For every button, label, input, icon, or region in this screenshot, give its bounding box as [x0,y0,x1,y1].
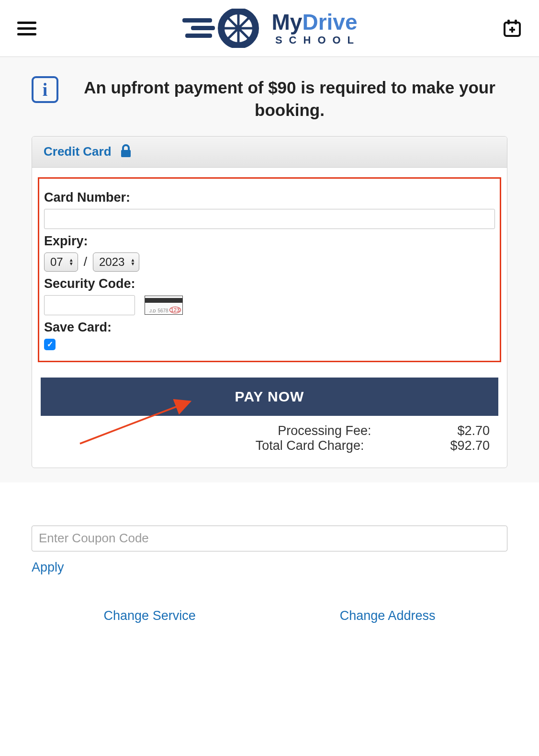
expiry-month-value: 07 [50,255,63,269]
brand-my: My [272,10,303,34]
select-arrows-icon: ▲▼ [130,258,135,266]
security-code-input[interactable] [44,295,135,315]
info-icon: i [32,76,58,103]
svg-rect-15 [515,20,517,24]
totals-block: Processing Fee: $2.70 Total Card Charge:… [38,424,501,456]
wheel-icon [179,9,260,48]
processing-fee-label: Processing Fee: [278,424,371,438]
brand-drive: Drive [302,10,357,34]
expiry-label: Expiry: [44,234,495,249]
svg-rect-11 [191,26,215,30]
card-number-label: Card Number: [44,190,495,205]
change-service-link[interactable]: Change Service [104,608,196,623]
info-banner: i An upfront payment of $90 is required … [32,76,507,122]
main-content: i An upfront payment of $90 is required … [0,57,539,482]
lock-icon [120,144,132,160]
apply-coupon-link[interactable]: Apply [32,560,64,575]
expiry-year-select[interactable]: 2023 ▲▼ [93,252,139,272]
expiry-separator: / [84,254,87,269]
security-code-label: Security Code: [44,276,495,291]
form-highlight-box: Card Number: Expiry: 07 ▲▼ / 2023 ▲▼ Sec… [38,177,501,362]
calendar-add-icon[interactable] [503,19,522,38]
svg-line-6 [227,17,238,28]
brand-name: MyDrive [272,11,358,33]
change-address-link[interactable]: Change Address [340,608,436,623]
expiry-year-value: 2023 [99,255,124,269]
payment-card-title: Credit Card [44,144,112,159]
pay-now-button[interactable]: PAY NOW [41,378,498,416]
svg-rect-10 [182,18,212,23]
svg-rect-14 [507,20,510,24]
total-charge-value: $92.70 [450,438,490,453]
payment-card: Credit Card Card Number: Expiry: 07 ▲▼ /… [32,136,507,468]
total-charge-label: Total Card Charge: [256,438,364,453]
save-card-checkbox[interactable]: ✓ [44,339,56,350]
select-arrows-icon: ▲▼ [69,258,74,266]
svg-rect-18 [121,150,131,157]
cvc-hint-digits: 123 [169,307,181,313]
menu-icon[interactable] [17,19,36,38]
card-number-input[interactable] [44,209,495,229]
payment-card-body: Card Number: Expiry: 07 ▲▼ / 2023 ▲▼ Sec… [32,168,507,468]
brand-school: SCHOOL [275,35,360,46]
svg-line-9 [238,28,249,39]
save-card-label: Save Card: [44,320,495,335]
top-bar: MyDrive SCHOOL [0,0,539,57]
coupon-code-input[interactable] [32,526,507,551]
brand-logo: MyDrive SCHOOL [179,9,360,48]
footer-links: Change Service Change Address [32,608,507,623]
svg-rect-12 [185,34,212,38]
expiry-month-select[interactable]: 07 ▲▼ [44,252,78,272]
svg-line-7 [238,17,249,28]
below-section: Apply Change Service Change Address [0,482,539,642]
info-text: An upfront payment of $90 is required to… [72,76,507,122]
svg-line-8 [227,28,238,39]
cvc-hint-image: J.D 5678 123 [145,296,183,315]
processing-fee-value: $2.70 [457,424,490,438]
payment-card-header: Credit Card [32,137,507,168]
